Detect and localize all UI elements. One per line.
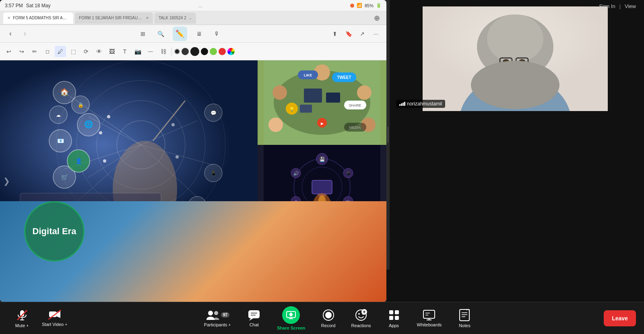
bottom-toolbar: Mute ▲ Start Video ▲ bbox=[0, 302, 644, 334]
share-button[interactable]: ↗ bbox=[357, 28, 368, 39]
apps-button[interactable]: Apps bbox=[380, 306, 408, 330]
color-dot-green[interactable] bbox=[210, 48, 217, 55]
browser-nav-bar: ‹ › ⊞ 🔍 ✏️ 🖥 🎙 ⬆ 🔖 ↗ ··· bbox=[0, 25, 386, 43]
photo-button[interactable]: 📷 bbox=[132, 46, 143, 57]
svg-rect-122 bbox=[389, 310, 393, 314]
nav-center-icons: ⊞ 🔍 ✏️ 🖥 🎙 bbox=[34, 27, 326, 41]
notes-button[interactable]: Notes bbox=[450, 306, 479, 330]
participants-caret-icon[interactable]: ▲ bbox=[228, 323, 231, 326]
svg-rect-123 bbox=[395, 310, 399, 314]
color-dot-darkest[interactable] bbox=[201, 48, 208, 55]
chat-label: Chat bbox=[250, 322, 259, 327]
bookmark-button[interactable]: 🔖 bbox=[343, 28, 354, 39]
svg-marker-113 bbox=[289, 312, 293, 316]
svg-point-89 bbox=[487, 14, 543, 63]
participants-button[interactable]: 97 Participants ▲ bbox=[198, 307, 237, 330]
selection-button[interactable]: ⬚ bbox=[68, 46, 79, 57]
video-svg bbox=[48, 310, 61, 320]
chat-button[interactable]: Chat bbox=[240, 307, 268, 330]
apps-label: Apps bbox=[389, 323, 399, 328]
more-options-button[interactable]: ··· bbox=[370, 28, 382, 39]
browser-tab-1[interactable]: FORM 1 SEJARAH SIR FIRDAUS 06.05.2024 ✕ bbox=[75, 12, 153, 24]
video-caret-icon[interactable]: ▲ bbox=[64, 322, 68, 326]
svg-text:🛒: 🛒 bbox=[61, 174, 68, 181]
svg-rect-125 bbox=[395, 316, 399, 320]
active-tool-button[interactable]: ✏️ bbox=[173, 27, 187, 41]
color-dot-red[interactable] bbox=[219, 48, 226, 55]
svg-text:🔒: 🔒 bbox=[78, 102, 84, 108]
sign-in-link[interactable]: Sign In bbox=[599, 3, 615, 9]
signal-bar-4 bbox=[404, 102, 405, 106]
lasso-button[interactable]: ⟳ bbox=[80, 46, 92, 57]
undo-button[interactable]: ↩ bbox=[3, 46, 14, 57]
whiteboards-label: Whiteboards bbox=[417, 322, 442, 327]
participant-name: norizahmustamil bbox=[407, 101, 442, 107]
display-button[interactable]: 🖥 bbox=[194, 28, 205, 39]
color-dot-medium[interactable] bbox=[182, 48, 189, 55]
battery-icon: 🔋 bbox=[376, 3, 382, 8]
eye-button[interactable]: 👁 bbox=[93, 46, 105, 57]
top-bar: Sign In | View bbox=[564, 0, 644, 12]
eraser-button[interactable]: ◻ bbox=[42, 46, 53, 57]
tab-0-close-icon[interactable]: ✕ bbox=[7, 16, 10, 20]
mic-button[interactable]: 🎙 bbox=[211, 28, 223, 39]
start-video-label: Start Video bbox=[42, 322, 64, 327]
svg-text:📧: 📧 bbox=[57, 138, 64, 144]
grid-view-button[interactable]: ⊞ bbox=[137, 28, 149, 39]
date-display: Sat 18 May bbox=[26, 3, 51, 8]
text-box-button[interactable]: T bbox=[119, 46, 130, 57]
panel-resize-handle[interactable] bbox=[386, 0, 390, 270]
main-area: 3:57 PM Sat 18 May ... 📶 85% 🔋 ✕ FORM 5 … bbox=[0, 0, 644, 302]
ruler-button[interactable]: — bbox=[145, 46, 156, 57]
image-button[interactable]: 🖼 bbox=[106, 46, 118, 57]
tab-1-close-icon[interactable]: ✕ bbox=[146, 16, 149, 20]
svg-text:▶: ▶ bbox=[321, 122, 324, 126]
mute-caret-icon[interactable]: ▲ bbox=[26, 324, 29, 327]
pencil-button[interactable]: ✏ bbox=[29, 46, 40, 57]
left-arrow-button[interactable]: ❯ bbox=[3, 176, 10, 186]
new-tab-button[interactable]: ⊕ bbox=[371, 14, 383, 23]
participants-icon-container: 97 bbox=[206, 309, 229, 321]
video-panel: norizahmustamil bbox=[386, 0, 644, 302]
chain-button[interactable]: ⛓ bbox=[158, 46, 169, 57]
forward-button[interactable]: › bbox=[19, 28, 31, 39]
svg-text:SHARE: SHARE bbox=[349, 103, 361, 107]
start-video-button[interactable]: Start Video ▲ bbox=[36, 307, 73, 329]
browser-tab-0[interactable]: ✕ FORM 5 ADDMATHS SIR AMIR 15.04.2024 bbox=[3, 12, 73, 24]
svg-text:💬: 💬 bbox=[211, 110, 217, 116]
color-wheel[interactable] bbox=[227, 48, 235, 55]
color-dot-large[interactable] bbox=[190, 47, 199, 56]
back-button[interactable]: ‹ bbox=[5, 28, 16, 39]
svg-text:TWEET: TWEET bbox=[337, 75, 351, 80]
share-screen-icon-circle bbox=[282, 306, 300, 324]
svg-point-45 bbox=[357, 85, 372, 100]
svg-text:👤: 👤 bbox=[75, 158, 83, 165]
nav-right-buttons: ⬆ 🔖 ↗ ··· bbox=[329, 28, 382, 39]
leave-button[interactable]: Leave bbox=[604, 310, 636, 326]
more-dots: ... bbox=[198, 3, 202, 8]
mute-button[interactable]: Mute ▲ bbox=[8, 306, 36, 330]
reactions-button[interactable]: Reactions bbox=[346, 306, 377, 330]
svg-point-39 bbox=[171, 123, 175, 126]
highlighter-button[interactable]: 🖊 bbox=[55, 46, 66, 57]
digital-era-label: Digital Era bbox=[24, 201, 85, 262]
share-screen-svg bbox=[286, 311, 296, 320]
drawing-toolbar: ↩ ↪ ✏ ◻ 🖊 ⬚ ⟳ 👁 🖼 T 📷 — ⛓ bbox=[0, 43, 386, 60]
tab-1-label: FORM 1 SEJARAH SIR FIRDAUS 06.05.2024 bbox=[79, 16, 143, 20]
search-button[interactable]: 🔍 bbox=[155, 28, 166, 39]
upload-button[interactable]: ⬆ bbox=[329, 28, 341, 39]
reactions-label: Reactions bbox=[351, 323, 371, 328]
browser-tab-2[interactable]: TALK 180524 2 ⌄ bbox=[155, 12, 196, 24]
digital-era-text: Digital Era bbox=[33, 226, 76, 237]
view-link[interactable]: View bbox=[625, 3, 636, 9]
ipad-frame: 3:57 PM Sat 18 May ... 📶 85% 🔋 ✕ FORM 5 … bbox=[0, 0, 386, 302]
svg-point-36 bbox=[107, 115, 110, 118]
mute-label: Mute bbox=[15, 323, 25, 328]
participants-count-badge: 97 bbox=[221, 312, 229, 318]
record-button[interactable]: Record bbox=[314, 306, 343, 330]
whiteboards-button[interactable]: Whiteboards bbox=[411, 307, 448, 330]
record-label: Record bbox=[321, 323, 335, 328]
redo-button[interactable]: ↪ bbox=[16, 46, 27, 57]
color-dot-small[interactable] bbox=[174, 49, 180, 54]
share-screen-button[interactable]: Share Screen bbox=[271, 304, 311, 333]
